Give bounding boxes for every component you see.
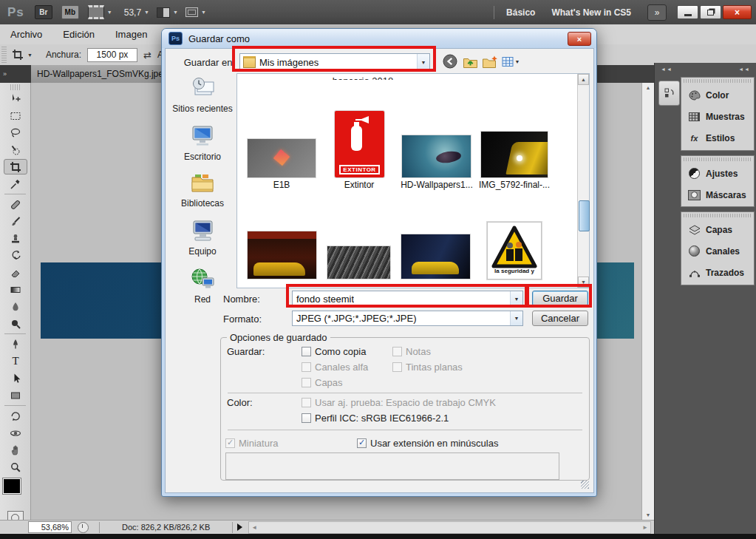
usar-aj-prueba-checkbox[interactable]: ✓Usar aj. prueba: Espacio de trabajo CMY…	[302, 396, 496, 408]
canvas-vertical-scrollbar[interactable]: ▲ ▼	[641, 83, 654, 520]
workspace-basico[interactable]: Básico	[506, 7, 535, 18]
screen-mode-icon[interactable]	[185, 7, 198, 17]
scroll-down-icon[interactable]: ▼	[578, 277, 589, 288]
scroll-down-icon[interactable]: ▼	[642, 512, 654, 518]
place-sitios-recientes[interactable]: Sitios recientes	[170, 75, 235, 114]
scrollbar-thumb[interactable]	[579, 200, 590, 231]
cancel-button[interactable]: Cancelar	[532, 311, 588, 326]
crop-tool-preset-icon[interactable]	[11, 49, 24, 61]
place-escritorio[interactable]: Escritorio	[170, 125, 235, 162]
panel-button-mascaras[interactable]: Máscaras	[681, 184, 754, 206]
eyedropper-tool[interactable]	[0, 175, 31, 192]
move-tool[interactable]	[0, 90, 31, 107]
file-item-img5792[interactable]: IMG_5792-final-...	[477, 74, 551, 192]
dodge-tool[interactable]	[0, 315, 31, 332]
panel-button-muestras[interactable]: Muestras	[681, 106, 754, 127]
workspace-overflow-button[interactable]: »	[647, 4, 667, 21]
zoom-tool[interactable]	[0, 458, 31, 475]
collapse-panels-icon[interactable]: ◄◄	[738, 67, 750, 72]
minimize-button[interactable]	[677, 5, 698, 19]
doc-size-readout[interactable]: Doc: 826,2 KB/826,2 KB	[99, 522, 233, 533]
close-button[interactable]: ×	[723, 5, 752, 19]
scroll-up-icon[interactable]: ▲	[642, 85, 654, 90]
3d-rotate-tool[interactable]	[0, 407, 31, 424]
dialog-titlebar[interactable]: Ps Guardar como ×	[162, 29, 596, 48]
up-one-level-button[interactable]	[462, 53, 478, 70]
panel-button-color[interactable]: Color	[681, 84, 754, 106]
filename-combobox[interactable]: fondo steemit ▼	[292, 291, 523, 307]
menu-archivo[interactable]: Archivo	[0, 29, 52, 40]
file-thumbnail-seguridad[interactable]: la seguridad y	[487, 222, 542, 279]
bridge-button[interactable]: Br	[35, 5, 52, 19]
status-zoom-field[interactable]: 53,68%	[28, 521, 72, 533]
scroll-right-icon[interactable]: ►	[642, 524, 648, 531]
miniatura-checkbox[interactable]: ✓Miniatura	[225, 437, 278, 449]
history-brush-tool[interactable]	[0, 247, 31, 264]
file-thumbnail-rain[interactable]	[327, 246, 390, 279]
save-in-combobox[interactable]: Mis imágenes ▼	[239, 53, 430, 71]
panel-button-canales[interactable]: Canales	[681, 240, 754, 262]
file-item-hd-wallpapers[interactable]: HD-Wallpapers1...	[400, 74, 474, 192]
dialog-close-button[interactable]: ×	[568, 32, 591, 46]
panel-button-trazados[interactable]: Trazados	[681, 262, 754, 283]
crop-tool[interactable]	[4, 159, 27, 174]
resize-grip[interactable]	[581, 481, 589, 489]
width-input[interactable]: 1500 px	[87, 48, 137, 62]
scroll-left-icon[interactable]: ◄	[251, 524, 257, 531]
tool-palette-header[interactable]: »	[0, 65, 31, 83]
mini-bridge-button[interactable]: Mb	[61, 5, 79, 19]
extension-minusculas-checkbox[interactable]: ✓Usar extensión en minúsculas	[357, 437, 498, 449]
filename-value[interactable]: fondo steemit	[293, 294, 354, 305]
pen-tool[interactable]	[0, 336, 31, 353]
canales-alfa-checkbox[interactable]: ✓Canales alfa	[302, 361, 368, 373]
notas-checkbox[interactable]: ✓Notas	[392, 345, 431, 357]
chevron-down-icon[interactable]: ▼	[144, 10, 149, 15]
guides-icon[interactable]	[88, 5, 104, 19]
3d-orbit-tool[interactable]	[0, 424, 31, 441]
arrange-documents-icon[interactable]	[157, 7, 170, 18]
marquee-tool[interactable]	[0, 107, 31, 124]
shape-tool[interactable]	[0, 387, 31, 404]
chevron-down-icon[interactable]: ▼	[201, 10, 206, 15]
file-list-scrollbar[interactable]: ▲ ▼	[577, 74, 589, 288]
como-copia-checkbox[interactable]: ✓Como copia	[302, 345, 366, 357]
blur-tool[interactable]	[0, 298, 31, 315]
brush-tool[interactable]	[0, 213, 31, 230]
file-thumbnail-garage[interactable]	[248, 231, 316, 279]
panel-button-ajustes[interactable]: Ajustes	[681, 163, 754, 184]
chevron-down-icon[interactable]: ▼	[27, 52, 33, 58]
eraser-tool[interactable]	[0, 264, 31, 281]
menu-edicion[interactable]: Edición	[52, 29, 105, 40]
healing-brush-tool[interactable]	[0, 196, 31, 213]
status-flyout-icon[interactable]	[237, 523, 242, 531]
zoom-level-field[interactable]: 53,7	[124, 7, 141, 18]
back-button[interactable]	[442, 53, 458, 70]
file-item-e1b[interactable]: E1B	[245, 74, 319, 192]
hand-tool[interactable]	[0, 441, 31, 458]
new-folder-button[interactable]	[482, 53, 498, 70]
place-bibliotecas[interactable]: Bibliotecas	[170, 173, 235, 209]
panel-button-estilos[interactable]: fxEstilos	[681, 127, 754, 149]
capas-checkbox[interactable]: ✓Capas	[302, 376, 343, 388]
swap-dimensions-icon[interactable]: ⇄	[143, 50, 151, 61]
chevron-down-icon[interactable]: ▼	[510, 311, 522, 325]
views-button[interactable]: ▼	[500, 53, 521, 70]
chevron-down-icon[interactable]: ▼	[417, 54, 429, 70]
type-tool[interactable]: T	[0, 353, 31, 370]
collapse-panels-icon[interactable]: ◄◄	[661, 67, 672, 72]
perfil-icc-checkbox[interactable]: ✓Perfil ICC: sRGB IEC61966-2.1	[302, 412, 449, 424]
panel-button-capas[interactable]: Capas	[681, 219, 754, 240]
scroll-up-icon[interactable]: ▲	[578, 74, 589, 85]
history-panel-button[interactable]	[658, 81, 680, 106]
file-thumbnail-yellow-car[interactable]	[401, 234, 470, 279]
file-item-extintor[interactable]: EXTINTOR Extintor	[322, 74, 396, 192]
lasso-tool[interactable]	[0, 124, 31, 141]
foreground-color-swatch[interactable]	[3, 478, 21, 494]
clone-stamp-tool[interactable]	[0, 230, 31, 247]
format-combobox[interactable]: JPEG (*.JPG;*.JPEG;*.JPE) ▼	[292, 311, 523, 326]
chevron-down-icon[interactable]: ▼	[510, 291, 522, 306]
gradient-tool[interactable]	[0, 281, 31, 298]
place-equipo[interactable]: Equipo	[170, 220, 235, 257]
menu-imagen[interactable]: Imagen	[105, 29, 157, 40]
restore-button[interactable]	[700, 5, 721, 19]
